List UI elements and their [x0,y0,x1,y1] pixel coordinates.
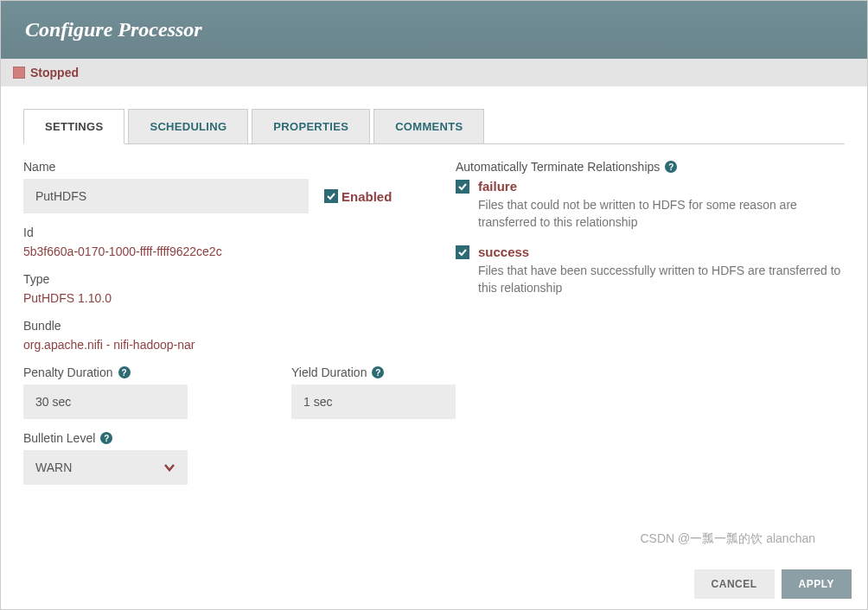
bulletin-level-value: WARN [35,461,72,474]
relationship-failure-name: failure [478,179,517,194]
name-label: Name [23,160,438,174]
stopped-icon [13,67,25,79]
relationship-success-name: success [478,245,529,259]
help-icon[interactable]: ? [100,432,112,444]
dialog-title: Configure Processor [1,1,867,59]
penalty-duration-label: Penalty Duration ? [23,365,188,379]
relationship-success-description: Files that have been successfully writte… [456,263,845,296]
relationship-item: success Files that have been successfull… [456,245,845,296]
configure-processor-dialog: Configure Processor Stopped SETTINGS SCH… [0,0,868,610]
help-icon[interactable]: ? [665,161,677,173]
tab-settings[interactable]: SETTINGS [23,109,124,144]
yield-duration-input[interactable] [291,384,456,419]
relationships-header: Automatically Terminate Relationships ? [456,160,845,174]
bundle-value: org.apache.nifi - nifi-hadoop-nar [23,338,438,352]
cancel-button[interactable]: CANCEL [694,569,775,599]
dialog-body: SETTINGS SCHEDULING PROPERTIES COMMENTS … [1,86,867,559]
help-icon[interactable]: ? [372,366,384,378]
type-value: PutHDFS 1.10.0 [23,291,438,305]
yield-duration-label: Yield Duration ? [291,365,456,379]
relationship-success-checkbox[interactable] [456,245,469,259]
id-label: Id [23,226,438,239]
relationship-failure-description: Files that could not be written to HDFS … [456,197,845,231]
watermark: CSDN @一瓢一瓢的饮 alanchan [641,531,816,547]
tab-properties[interactable]: PROPERTIES [252,109,370,143]
bulletin-level-label: Bulletin Level ? [23,431,438,445]
name-input[interactable] [23,179,309,213]
enabled-checkbox[interactable] [324,189,338,203]
relationship-item: failure Files that could not be written … [456,179,845,231]
settings-panel: Name Enabled Id 5b3f660a-0170-1000-ffff [23,144,845,497]
apply-button[interactable]: APPLY [782,569,852,599]
bulletin-level-label-text: Bulletin Level [23,431,95,445]
chevron-down-icon [163,461,176,474]
penalty-duration-label-text: Penalty Duration [23,365,113,379]
yield-duration-label-text: Yield Duration [291,365,367,379]
relationship-failure-checkbox[interactable] [456,180,469,194]
status-label: Stopped [30,66,79,79]
settings-left-column: Name Enabled Id 5b3f660a-0170-1000-ffff [23,160,438,497]
bulletin-level-select[interactable]: WARN [23,450,188,485]
dialog-footer: CANCEL APPLY [1,559,867,609]
tab-bar: SETTINGS SCHEDULING PROPERTIES COMMENTS [23,109,845,144]
status-bar: Stopped [1,59,867,86]
type-label: Type [23,272,438,286]
enabled-label: Enabled [341,189,392,204]
id-value: 5b3f660a-0170-1000-ffff-ffff9622ce2c [23,245,438,258]
tab-comments[interactable]: COMMENTS [373,109,484,143]
settings-right-column: Automatically Terminate Relationships ? … [456,160,845,497]
bundle-label: Bundle [23,319,438,333]
help-icon[interactable]: ? [118,366,131,378]
penalty-duration-input[interactable] [23,384,188,419]
relationships-header-text: Automatically Terminate Relationships [456,160,660,174]
tab-scheduling[interactable]: SCHEDULING [128,109,248,143]
